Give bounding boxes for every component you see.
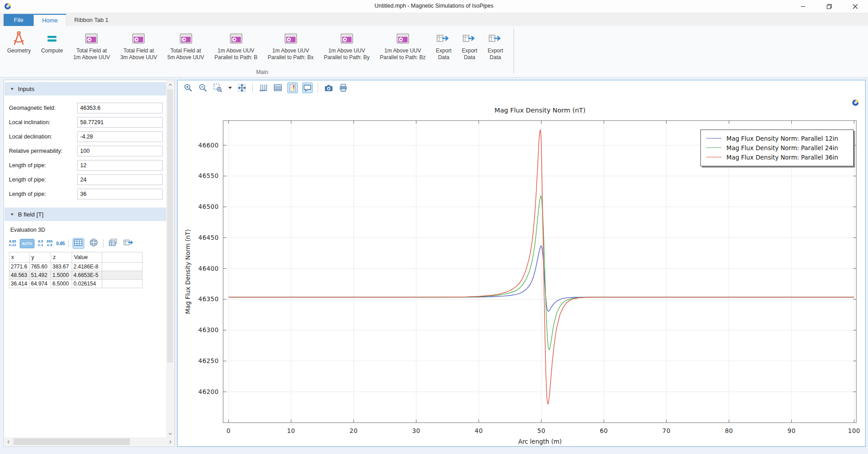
print-button[interactable] xyxy=(338,82,349,93)
evaluation-label: Evaluation 3D xyxy=(10,227,166,233)
collapse-triangle-icon: ▼ xyxy=(10,87,14,91)
export-table-button[interactable] xyxy=(122,238,134,249)
zoom-out-button[interactable] xyxy=(198,82,208,93)
field-local-inclination: Local inclination:58.77291 xyxy=(9,117,163,128)
table-header-row: xyzValue xyxy=(9,252,143,263)
globe-icon xyxy=(89,238,98,249)
plot1d-icon xyxy=(285,30,297,48)
image-snapshot-button[interactable] xyxy=(323,82,334,93)
zoom-box-dropdown[interactable] xyxy=(227,82,233,93)
parallel-path-by-button[interactable]: 1m Above UUVParallel to Path: By xyxy=(322,29,371,61)
geometry-button[interactable]: Geometry xyxy=(5,29,33,55)
legend-line-sample xyxy=(706,147,721,148)
window-controls xyxy=(790,0,868,13)
table-cell: 48.563 xyxy=(9,271,30,280)
toolbar-divider xyxy=(103,239,104,247)
tab-ribbon-tab-1[interactable]: Ribbon Tab 1 xyxy=(66,14,117,26)
restore-button[interactable] xyxy=(816,0,842,13)
pipe-length-12-input[interactable]: 12 xyxy=(77,160,163,171)
plot-tooltip-toggle-button[interactable] xyxy=(302,82,313,93)
export-data-1-button[interactable]: ExportData xyxy=(434,29,453,61)
table-row[interactable]: 48.56351.4921.50004.6653E-5 xyxy=(9,271,143,280)
svg-text:80: 80 xyxy=(725,427,733,434)
svg-text:46200: 46200 xyxy=(199,388,219,395)
legend-label: Mag Flux Density Norm: Parallel 36in xyxy=(726,154,838,161)
scroll-up-icon[interactable] xyxy=(166,81,174,88)
ribbon-group-label: Main xyxy=(242,69,282,75)
legend-toggle-button[interactable] xyxy=(287,82,298,93)
precision-085-button[interactable]: 0.85 xyxy=(56,241,65,246)
table-cell: 4.6653E-5 xyxy=(72,271,102,280)
vertical-scroll-thumb[interactable] xyxy=(167,89,173,363)
precision-885e-12-button[interactable]: 8.85e-12 xyxy=(9,240,16,247)
parallel-path-bx-button[interactable]: 1m Above UUVParallel to Path: Bx xyxy=(266,29,315,61)
table-row[interactable]: 2771.6765.60383.672.4186E-8 xyxy=(9,263,143,271)
svg-text:10: 10 xyxy=(287,427,295,434)
sphere-view-button[interactable] xyxy=(88,238,99,249)
scroll-right-icon[interactable] xyxy=(166,438,174,445)
legend-entry: Mag Flux Density Norm: Parallel 36in xyxy=(706,152,848,162)
plot1d-icon xyxy=(132,30,145,48)
svg-text:46550: 46550 xyxy=(199,172,219,179)
local-inclination-input[interactable]: 58.77291 xyxy=(77,117,163,128)
export-data-2-button[interactable]: ExportData xyxy=(460,29,479,61)
total-field-3m-button[interactable]: Total Field at3m Above UUV xyxy=(118,29,159,61)
graphics-panel: 0102030405060708090100462004625046300463… xyxy=(177,80,866,447)
precision-85e-1-button[interactable]: 8.5e-1 xyxy=(38,240,43,247)
auto-notation-button[interactable]: AUTO xyxy=(20,239,35,248)
table-view-button[interactable] xyxy=(73,238,84,249)
svg-text:Arc length (m): Arc length (m) xyxy=(518,438,561,445)
grid-toggle-button[interactable] xyxy=(272,82,283,93)
svg-text:90: 90 xyxy=(787,427,795,434)
local-declination-label: Local declination: xyxy=(9,134,77,140)
total-field-5m-button[interactable]: Total Field at5m Above UUV xyxy=(165,29,206,61)
parallel-path-b-button[interactable]: 1m Above UUVParallel to Path: B xyxy=(213,29,259,61)
scroll-left-icon[interactable] xyxy=(4,438,12,445)
close-button[interactable] xyxy=(842,0,868,13)
svg-text:46250: 46250 xyxy=(199,357,219,364)
window-title: Untitled.mph - Magnetic Simulations of I… xyxy=(0,3,868,9)
evaluation-table: xyzValue2771.6765.60383.672.4186E-848.56… xyxy=(9,252,143,288)
compute-button[interactable]: Compute xyxy=(39,29,65,55)
svg-text:30: 30 xyxy=(412,427,420,434)
compute-button-label: Compute xyxy=(41,48,63,54)
table-row[interactable]: 36.41464.9746.50000.026154 xyxy=(9,280,143,288)
total-field-1m-button[interactable]: Total Field at1m Above UUV xyxy=(71,29,112,61)
sidebar-vertical-scrollbar[interactable] xyxy=(166,81,174,437)
inputs-section-header[interactable]: ▼ Inputs xyxy=(4,82,166,95)
toolbar-divider xyxy=(252,83,253,92)
tab-file[interactable]: File xyxy=(4,14,34,26)
export-data-3-button-label: ExportData xyxy=(488,48,503,61)
table-cell: 2.4186E-8 xyxy=(72,263,102,271)
geomagnetic-field-input[interactable]: 46353.6 xyxy=(77,103,163,113)
zoom-box-button[interactable] xyxy=(212,82,223,93)
relative-permeability-input[interactable]: 100 xyxy=(77,146,163,156)
zoom-extents-button[interactable] xyxy=(237,82,247,93)
plot-area[interactable]: 0102030405060708090100462004625046300463… xyxy=(178,95,864,445)
parallel-path-bz-button[interactable]: 1m Above UUVParallel to Path: Bz xyxy=(378,29,428,61)
local-declination-input[interactable]: -4.28 xyxy=(77,131,163,142)
legend-line-sample xyxy=(706,138,721,138)
column-header-z: z xyxy=(51,252,72,263)
legend-entry: Mag Flux Density Norm: Parallel 24in xyxy=(706,143,848,152)
scroll-down-icon[interactable] xyxy=(166,430,174,437)
total-field-3m-button-label: Total Field at3m Above UUV xyxy=(120,48,157,61)
column-header-spacer xyxy=(102,252,143,263)
copy-table-button[interactable] xyxy=(107,238,119,249)
table-cell: 51.492 xyxy=(30,271,51,280)
export-data-3-button[interactable]: ExportData xyxy=(486,29,505,61)
column-header-Value: Value xyxy=(72,252,102,263)
pipe-length-36-input[interactable]: 36 xyxy=(77,189,163,199)
tab-home[interactable]: Home xyxy=(34,14,66,26)
table-cell: 2771.6 xyxy=(9,263,30,271)
axis-settings-button[interactable] xyxy=(258,82,268,93)
minimize-button[interactable] xyxy=(790,0,816,13)
field-geomagnetic-field: Geomagnetic field:46353.6 xyxy=(9,103,163,113)
bfield-section-header[interactable]: ▼ B field [T] xyxy=(4,208,166,221)
field-relative-permeability: Relative permeability:100 xyxy=(9,146,163,156)
zoom-in-button[interactable] xyxy=(183,82,194,93)
pipe-length-24-input[interactable]: 24 xyxy=(77,174,163,185)
sidebar-horizontal-scrollbar[interactable] xyxy=(4,437,174,446)
horizontal-scroll-thumb[interactable] xyxy=(13,438,130,445)
precision-850e-3-button[interactable]: 850e-3 xyxy=(47,240,52,247)
